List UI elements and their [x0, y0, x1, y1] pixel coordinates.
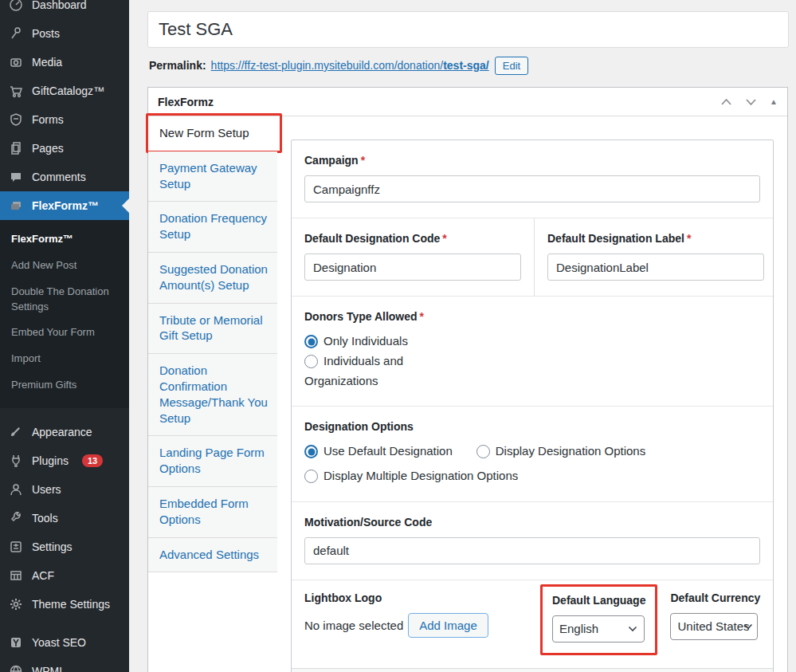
metabox-header: FlexFormz ▲ — [148, 88, 787, 116]
sidebar-item-plugins[interactable]: Plugins 13 — [0, 446, 129, 475]
sidebar-item-label: Plugins — [32, 454, 69, 467]
campaign-field: Campaign* — [292, 140, 773, 218]
designation-code-label: Default Designation Code* — [304, 232, 521, 245]
main-content: Permalink: https://ffz-test-plugin.mysit… — [129, 0, 796, 672]
motivation-source-code-input[interactable] — [304, 537, 760, 564]
sidebar-item-label: Theme Settings — [32, 598, 110, 611]
sidebar-item-label: Posts — [32, 27, 60, 40]
edit-permalink-button[interactable]: Edit — [495, 57, 528, 75]
tab-payment-gateway-setup[interactable]: Payment Gateway Setup — [148, 151, 277, 202]
tab-donation-confirmation-setup[interactable]: Donation Confirmation Message/Thank You … — [148, 354, 277, 436]
sidebar-item-theme-settings[interactable]: Theme Settings — [0, 590, 129, 619]
submenu-item-flexformz[interactable]: FlexFormz™ — [0, 226, 129, 253]
default-language-label: Default Language — [552, 594, 645, 607]
sidebar-item-pages[interactable]: Pages — [0, 134, 129, 163]
no-image-selected-text: No image selected — [304, 619, 403, 632]
tab-suggested-donation-amounts-setup[interactable]: Suggested Donation Amount(s) Setup — [148, 253, 277, 304]
submenu-item-import[interactable]: Import — [0, 346, 129, 372]
submenu-item-embed-your-form[interactable]: Embed Your Form — [0, 320, 129, 346]
required-asterisk: * — [442, 232, 446, 245]
metabox-title: FlexFormz — [158, 96, 720, 108]
gear-icon — [8, 597, 24, 611]
designation-label-label: Default Designation Label* — [547, 232, 764, 245]
sidebar-item-label: Appearance — [32, 426, 92, 438]
default-currency-select[interactable]: United States — [670, 613, 758, 640]
designation-options-field: Designation Options Use Default Designat… — [292, 406, 773, 501]
radio-option-only-individuals[interactable]: Only Individuals — [304, 332, 760, 352]
grid-icon — [8, 568, 24, 583]
radio-button[interactable] — [304, 470, 318, 483]
submenu-item-add-new-post[interactable]: Add New Post — [0, 253, 129, 279]
tab-donation-frequency-setup[interactable]: Donation Frequency Setup — [148, 202, 277, 253]
chevron-down-icon — [628, 626, 637, 632]
radio-button-selected[interactable] — [304, 445, 318, 458]
designation-code-input[interactable] — [304, 253, 521, 281]
post-title-input[interactable] — [147, 11, 789, 48]
new-form-setup-panel: Campaign* Default Designation Code* Defa… — [291, 140, 774, 672]
radio-button[interactable] — [476, 445, 490, 458]
tab-tribute-or-memorial-gift-setup[interactable]: Tribute or Memorial Gift Setup — [148, 304, 277, 355]
tab-embedded-form-options[interactable]: Embedded Form Options — [148, 487, 277, 538]
radio-option-display-multiple-designation-options[interactable]: Display Multiple Designation Options — [304, 466, 760, 486]
default-language-field: Default Language English — [537, 580, 665, 668]
wrench-icon — [8, 511, 24, 525]
flexformz-submenu: FlexFormz™ Add New Post Double The Donat… — [0, 220, 129, 408]
sidebar-item-giftcatalogz[interactable]: GiftCatalogz™ — [0, 77, 129, 105]
sidebar-item-media[interactable]: Media — [0, 48, 129, 77]
permalink-row: Permalink: https://ffz-test-plugin.mysit… — [149, 55, 789, 76]
sidebar-item-wpml[interactable]: WPML — [0, 657, 129, 672]
designation-label-input[interactable] — [547, 253, 764, 281]
pin-icon — [8, 26, 24, 41]
tab-advanced-settings[interactable]: Advanced Settings — [148, 538, 277, 573]
donors-type-label: Donors Type Allowed* — [304, 310, 760, 323]
sidebar-item-yoast-seo[interactable]: Yoast SEO — [0, 628, 129, 657]
forms-icon — [8, 112, 24, 127]
tab-landing-page-form-options[interactable]: Landing Page Form Options — [148, 436, 277, 487]
sidebar-item-appearance[interactable]: Appearance — [0, 418, 129, 446]
flexformz-metabox: FlexFormz ▲ New Form Setup Payment Gatew… — [147, 87, 788, 672]
default-language-select[interactable]: English — [552, 615, 645, 643]
sidebar-item-acf[interactable]: ACF — [0, 561, 129, 590]
sidebar-item-dashboard[interactable]: Dashboard — [0, 0, 129, 19]
sidebar-item-posts[interactable]: Posts — [0, 19, 129, 48]
radio-option-use-default-designation[interactable]: Use Default Designation — [304, 442, 453, 462]
move-up-icon[interactable] — [720, 98, 732, 106]
active-menu-notch — [122, 198, 129, 213]
sidebar-item-forms[interactable]: Forms — [0, 105, 129, 134]
admin-sidebar: Dashboard Posts Media GiftCatalogz™ Form… — [0, 0, 129, 672]
radio-button[interactable] — [304, 355, 318, 368]
dashboard-icon — [8, 0, 24, 12]
move-down-icon[interactable] — [745, 98, 757, 106]
sidebar-item-tools[interactable]: Tools — [0, 504, 129, 532]
sidebar-item-label: Forms — [32, 113, 64, 126]
radio-option-individuals-and-organizations[interactable]: Individuals and Organizations — [304, 352, 432, 391]
default-currency-label: Default Currency — [670, 591, 760, 604]
sidebar-item-users[interactable]: Users — [0, 475, 129, 504]
cart-icon — [8, 84, 24, 98]
permalink-link[interactable]: https://ffz-test-plugin.mysitebuild.com/… — [211, 59, 489, 72]
sidebar-item-label: ACF — [32, 569, 54, 582]
add-image-button[interactable]: Add Image — [408, 613, 488, 638]
sidebar-item-label: Settings — [32, 540, 73, 553]
user-icon — [8, 482, 24, 497]
sidebar-item-settings[interactable]: Settings — [0, 532, 129, 561]
donors-type-field: Donors Type Allowed* Only Individuals In… — [292, 296, 773, 406]
next-section-divider — [292, 668, 773, 672]
required-asterisk: * — [420, 310, 424, 323]
chevron-down-icon — [743, 623, 753, 630]
campaign-input[interactable] — [304, 175, 760, 202]
sidebar-item-comments[interactable]: Comments — [0, 163, 129, 191]
toggle-panel-icon[interactable]: ▲ — [770, 97, 778, 106]
setup-tab-list: New Form Setup Payment Gateway Setup Don… — [148, 116, 277, 572]
submenu-item-premium-gifts[interactable]: Premium Gifts — [0, 372, 129, 399]
radio-option-display-designation-options[interactable]: Display Designation Options — [476, 442, 645, 462]
sidebar-item-label: Tools — [32, 512, 58, 525]
submenu-item-double-the-donation[interactable]: Double The Donation Settings — [0, 279, 129, 320]
radio-button-selected[interactable] — [304, 335, 318, 348]
pages-icon — [8, 141, 24, 155]
brush-icon — [8, 425, 24, 439]
flexformz-icon — [8, 198, 24, 213]
sidebar-item-flexformz[interactable]: FlexFormz™ — [0, 191, 129, 220]
default-currency-field: Default Currency United States — [665, 580, 768, 668]
tab-new-form-setup[interactable]: New Form Setup — [148, 116, 277, 151]
